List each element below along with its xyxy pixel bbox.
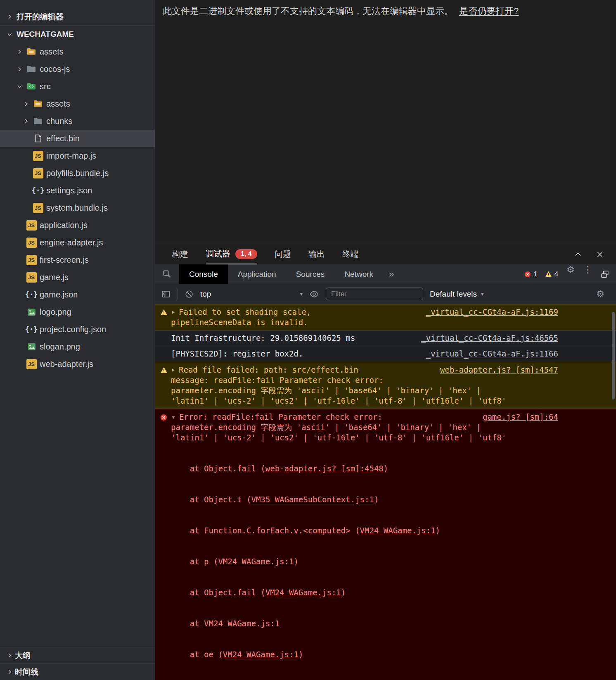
file-explorer-sidebar: 打开的编辑器 WECHATGAME assets cocos-js src [0, 0, 155, 680]
tree-item-game-js[interactable]: JS game.js [0, 269, 155, 286]
tree-item-first-screen-js[interactable]: JS first-screen.js [0, 251, 155, 269]
stack-link[interactable]: VM24 WAGame.js:1 [204, 619, 280, 628]
image-file-icon [25, 307, 38, 317]
source-link[interactable]: _virtual_cc-CGt4a-aF.js:46565 [421, 333, 558, 343]
maximize-panel-icon[interactable] [574, 250, 582, 259]
chevron-down-icon: ▾ [481, 291, 484, 297]
devtools-tab-sources[interactable]: Sources [286, 264, 335, 284]
open-anyway-link[interactable]: 是否仍要打开? [459, 6, 519, 16]
chevron-right-icon [4, 13, 15, 21]
tree-item-chunks[interactable]: chunks [0, 112, 155, 130]
warning-icon [160, 307, 171, 328]
file-icon [31, 133, 45, 144]
warning-count[interactable]: 4 [545, 270, 558, 278]
tab-terminal[interactable]: 终端 [342, 244, 359, 264]
devtools-menu-kebab-icon[interactable]: ⋮ [583, 264, 592, 284]
devtools-panel: Console Application Sources Network » 1 … [155, 264, 616, 680]
folder-icon [25, 64, 38, 74]
tree-item-system-bundle-js[interactable]: JS system.bundle.js [0, 199, 155, 216]
js-file-icon: JS [25, 359, 38, 369]
assets-folder-icon [31, 98, 45, 109]
filter-input[interactable] [326, 288, 423, 300]
stack-link[interactable]: VM24 WAGame.js:1 [360, 526, 436, 535]
error-icon [524, 271, 531, 278]
expand-triangle-icon[interactable] [171, 307, 175, 317]
source-link[interactable]: _virtual_cc-CGt4a-aF.js:1166 [426, 349, 558, 359]
devtools-tab-console[interactable]: Console [179, 264, 228, 284]
tree-item-engine-adapter-js[interactable]: JS engine-adapter.js [0, 234, 155, 251]
devtools-tab-bar: Console Application Sources Network » 1 … [155, 264, 616, 284]
debugger-error-badge: 1, 4 [235, 249, 257, 259]
project-root-label: WECHATGAME [17, 30, 74, 39]
js-file-icon: JS [25, 272, 38, 283]
outline-section[interactable]: 大纲 [0, 647, 155, 663]
dock-side-icon[interactable] [600, 264, 609, 284]
tree-item-slogan-png[interactable]: slogan.png [0, 338, 155, 355]
tree-item-cocos-js[interactable]: cocos-js [0, 60, 155, 78]
devtools-tab-network[interactable]: Network [334, 264, 383, 284]
folder-icon [31, 116, 45, 126]
error-count[interactable]: 1 [524, 270, 537, 278]
js-file-icon: JS [25, 237, 38, 248]
tree-item-settings-json[interactable]: {·} settings.json [0, 182, 155, 199]
tab-build[interactable]: 构建 [172, 244, 188, 264]
close-panel-icon[interactable] [596, 251, 604, 258]
source-link[interactable]: web-adapter.js? [sm]:4547 [440, 365, 558, 375]
assets-folder-icon [25, 46, 38, 57]
stack-trace: at Object.fail (web-adapter.js? [sm]:454… [171, 443, 558, 680]
console-message-error: game.js? [sm]:64 Error: readFile:fail Pa… [155, 409, 616, 680]
tree-item-src[interactable]: src [0, 78, 155, 95]
tree-item-game-json[interactable]: {·} game.json [0, 286, 155, 303]
chevron-down-icon [14, 82, 25, 90]
js-file-icon: JS [31, 202, 45, 213]
stack-link[interactable]: VM24 WAGame.js:1 [223, 650, 299, 659]
tree-item-application-js[interactable]: JS application.js [0, 216, 155, 234]
tree-item-project-config-json[interactable]: {·} project.config.json [0, 321, 155, 338]
tree-item-web-adapter-js[interactable]: JS web-adapter.js [0, 355, 155, 373]
console-settings-gear-icon[interactable]: ⚙ [596, 289, 610, 300]
binary-file-notice: 此文件是二进制文件或使用了不支持的文本编码，无法在编辑器中显示。 [163, 6, 453, 16]
more-tabs-icon[interactable]: » [383, 264, 400, 284]
project-root-section[interactable]: WECHATGAME [0, 26, 155, 43]
tab-debugger[interactable]: 调试器 1, 4 [206, 244, 257, 264]
live-expression-eye-icon[interactable] [309, 289, 319, 299]
javascript-context-dropdown[interactable]: top ▾ [200, 290, 303, 299]
source-link[interactable]: _virtual_cc-CGt4a-aF.js:1169 [426, 307, 558, 317]
editor-area: 此文件是二进制文件或使用了不支持的文本编码，无法在编辑器中显示。是否仍要打开? [155, 0, 616, 244]
console-sidebar-toggle-icon[interactable] [161, 289, 171, 299]
stack-link[interactable]: web-adapter.js? [sm]:4548 [265, 464, 384, 473]
console-message-log: _virtual_cc-CGt4a-aF.js:1166 [PHYSICS2D]… [155, 346, 616, 362]
timeline-section[interactable]: 时间线 [0, 663, 155, 680]
devtools-settings-gear-icon[interactable]: ⚙ [566, 264, 575, 284]
source-link[interactable]: game.js? [sm]:64 [483, 412, 558, 422]
tree-item-import-map-js[interactable]: JS import-map.js [0, 147, 155, 164]
expand-triangle-icon[interactable] [171, 365, 175, 375]
console-scrollbar[interactable] [612, 312, 615, 399]
panel-tab-bar: 构建 调试器 1, 4 问题 输出 终端 [155, 244, 616, 264]
stack-link[interactable]: VM24 WAGame.js:1 [265, 588, 341, 597]
chevron-right-icon [21, 117, 31, 125]
tree-item-src-assets[interactable]: assets [0, 95, 155, 112]
console-toolbar: top ▾ Default levels ▾ ⚙ [155, 284, 616, 304]
tab-output[interactable]: 输出 [308, 244, 325, 264]
tree-item-assets[interactable]: assets [0, 43, 155, 60]
json-file-icon: {·} [31, 185, 45, 196]
clear-console-icon[interactable] [185, 290, 194, 299]
collapse-triangle-icon[interactable] [171, 412, 176, 422]
tab-problems[interactable]: 问题 [275, 244, 291, 264]
inspect-element-icon[interactable] [155, 264, 179, 284]
chevron-right-icon [14, 65, 25, 73]
warning-icon [160, 365, 171, 406]
devtools-tab-application[interactable]: Application [228, 264, 286, 284]
open-editors-section[interactable]: 打开的编辑器 [0, 8, 155, 26]
json-file-icon: {·} [25, 324, 38, 335]
tree-item-polyfills-bundle-js[interactable]: JS polyfills.bundle.js [0, 164, 155, 182]
js-file-icon: JS [25, 220, 38, 231]
stack-link[interactable]: VM24 WAGame.js:1 [218, 557, 294, 566]
log-levels-dropdown[interactable]: Default levels ▾ [430, 290, 484, 299]
app-window: 打开的编辑器 WECHATGAME assets cocos-js src [0, 0, 616, 680]
js-file-icon: JS [31, 150, 45, 161]
tree-item-logo-png[interactable]: logo.png [0, 303, 155, 321]
tree-item-effect-bin[interactable]: effect.bin [0, 130, 155, 147]
stack-link[interactable]: VM35 WAGameSubContext.js:1 [251, 495, 374, 504]
